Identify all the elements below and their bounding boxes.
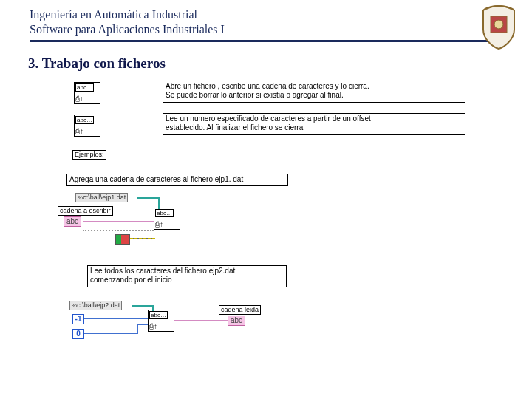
example2-caption: Lee todos los caracteres del fichero ejp…	[87, 265, 287, 287]
header-line-2: Software para Aplicaciones Industriales …	[30, 22, 532, 37]
ex1-input-label: cadena a escribir	[58, 206, 113, 216]
page-header: Ingeniería en Automática Industrial Soft…	[0, 0, 532, 37]
icon-top-label: abc…	[155, 209, 174, 217]
icon-top-label: abc…	[75, 116, 94, 124]
ex1-path-text: c:\ball\ejp1.dat	[83, 194, 126, 201]
dotted-wire	[83, 230, 154, 231]
read-file-icon: abc… ⎙↑	[74, 115, 100, 137]
icon-bot-label: ⎙↑	[75, 128, 83, 135]
ex1-path-box: %c:\ball\ejp1.dat	[75, 193, 128, 202]
write-file-icon: abc… ⎙↑	[74, 82, 100, 104]
icon-bot-label: ⎙↑	[149, 323, 157, 330]
row1-description: Abre un fichero , escribe una cadena de …	[163, 81, 466, 103]
row2-description: Lee un numero especificado de caracteres…	[163, 113, 466, 135]
crest-icon	[479, 4, 519, 50]
icon-bot-label: ⎙↑	[155, 221, 163, 228]
icon-top-label: abc…	[75, 83, 94, 92]
icon-bot-label: ⎙↑	[75, 95, 83, 103]
ex2-path-box: %c:\ball\ejp2.dat	[69, 301, 122, 310]
header-line-1: Ingeniería en Automática Industrial	[30, 7, 532, 22]
examples-label: Ejemplos:	[72, 150, 106, 160]
ex2-read-icon: abc… ⎙↑	[148, 310, 174, 332]
ex2-output-value: abc	[228, 316, 245, 326]
error-wire	[130, 238, 155, 239]
svg-point-1	[494, 20, 503, 29]
section-title: 3. Trabajo con ficheros	[28, 55, 532, 72]
ex2-num-offset: 0	[72, 329, 84, 339]
ex2-num-count: -1	[72, 314, 84, 324]
ex2-path-text: c:\ball\ejp2.dat	[77, 301, 120, 309]
stop-glyph-icon	[115, 234, 130, 245]
ex2-output-label: cadena leida	[219, 305, 261, 315]
icon-top-label: abc…	[149, 311, 168, 319]
ex1-input-value: abc	[64, 216, 81, 227]
ex1-write-icon: abc… ⎙↑	[154, 208, 180, 230]
example1-caption: Agrega una cadena de caracteres al fiche…	[66, 174, 288, 186]
content-area: abc… ⎙↑ Abre un fichero , escribe una ca…	[74, 82, 488, 378]
header-rule	[30, 40, 502, 42]
